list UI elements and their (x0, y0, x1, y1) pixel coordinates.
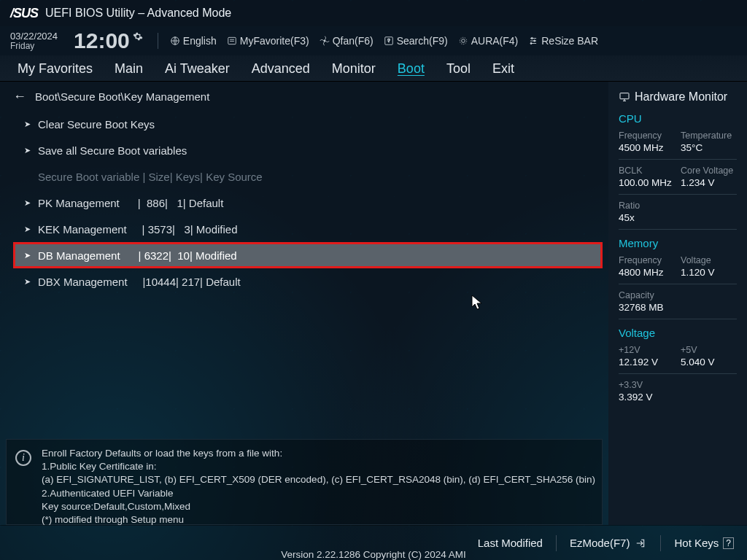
svg-point-7 (531, 37, 533, 39)
memory-section-head: Memory (619, 237, 737, 249)
hw-title: Hardware Monitor (635, 90, 727, 104)
chevron-right-icon: ➤ (24, 277, 31, 287)
asus-logo: /SUS (10, 6, 38, 21)
fan-icon (320, 36, 330, 46)
aura-icon (458, 36, 468, 46)
myfavorite-button[interactable]: MyFavorite(F3) (227, 35, 309, 47)
bottom-bar: Last Modified EzMode(F7) Hot Keys ? Vers… (0, 525, 747, 560)
menu-header: ➤Secure Boot variable | Size| Keys| Key … (13, 163, 603, 190)
clock-time: 12:00 (74, 28, 130, 53)
tab-monitor[interactable]: Monitor (332, 61, 376, 81)
globe-icon (170, 36, 180, 46)
language-selector[interactable]: English (170, 35, 217, 47)
gear-icon (133, 31, 143, 42)
monitor-icon (619, 91, 630, 103)
back-button[interactable]: ← (13, 89, 26, 104)
svg-point-5 (461, 39, 465, 43)
breadcrumb: Boot\Secure Boot\Key Management (35, 90, 209, 103)
chevron-right-icon: ➤ (24, 198, 31, 208)
resizebar-button[interactable]: ReSize BAR (528, 35, 598, 47)
chevron-right-icon: ➤ (24, 120, 31, 129)
clock[interactable]: 12:00 (74, 28, 143, 53)
tabs-bar: My Favorites Main Ai Tweaker Advanced Mo… (0, 55, 747, 82)
menu-item[interactable]: ➤DB Management | 6322| 10| Modified (13, 242, 603, 268)
qfan-button[interactable]: Qfan(F6) (320, 35, 374, 47)
tab-boot[interactable]: Boot (398, 61, 425, 81)
main-panel: ← Boot\Secure Boot\Key Management ➤Clear… (0, 82, 608, 525)
menu-item[interactable]: ➤DBX Management |10444| 217| Default (13, 268, 603, 295)
svg-rect-1 (228, 37, 236, 44)
chevron-right-icon: ➤ (24, 146, 31, 155)
tab-ai-tweaker[interactable]: Ai Tweaker (165, 61, 230, 81)
tab-advanced[interactable]: Advanced (252, 61, 310, 81)
version-text: Version 2.22.1286 Copyright (C) 2024 AMI (0, 549, 747, 560)
menu-item[interactable]: ➤KEK Management | 3573| 3| Modified (13, 216, 603, 242)
cpu-section-head: CPU (619, 112, 737, 125)
utility-bar: 03/22/2024 Friday 12:00 English MyFavori… (0, 26, 747, 55)
hotkeys-button[interactable]: Hot Keys ? (674, 537, 734, 549)
svg-rect-10 (620, 93, 629, 99)
chevron-right-icon: ➤ (24, 225, 31, 234)
menu-item[interactable]: ➤PK Management | 886| 1| Default (13, 190, 603, 216)
help-line: Key source:Default,Custom,Mixed (42, 500, 595, 513)
chevron-right-icon: ➤ (24, 251, 31, 260)
menu-list-icon (227, 36, 237, 46)
help-panel: i Enroll Factory Defaults or load the ke… (6, 439, 603, 525)
tab-main[interactable]: Main (115, 61, 143, 81)
help-line: 2.Authenticated UEFI Variable (42, 487, 595, 500)
help-line: 1.Public Key Certificate in: (42, 460, 595, 473)
help-line: Enroll Factory Defaults or load the keys… (42, 447, 595, 460)
bios-title: UEFI BIOS Utility – Advanced Mode (45, 7, 231, 20)
search-button[interactable]: ? Search(F9) (384, 35, 448, 47)
svg-text:?: ? (387, 38, 390, 43)
search-icon: ? (384, 36, 394, 46)
svg-point-8 (534, 40, 535, 42)
question-icon: ? (723, 537, 734, 549)
menu-item[interactable]: ➤Clear Secure Boot Keys (13, 111, 603, 137)
ezmode-button[interactable]: EzMode(F7) (570, 537, 648, 549)
hardware-monitor-panel: Hardware Monitor CPU Frequency4500 MHz T… (608, 82, 747, 525)
last-modified-button[interactable]: Last Modified (478, 537, 543, 549)
date-text: 03/22/2024 (10, 31, 58, 42)
svg-point-9 (530, 42, 532, 44)
day-text: Friday (10, 42, 58, 51)
menu-list: ➤Clear Secure Boot Keys➤Save all Secure … (0, 111, 608, 436)
svg-point-6 (460, 37, 466, 44)
svg-point-2 (323, 40, 325, 42)
exit-icon (634, 538, 647, 548)
menu-item[interactable]: ➤Save all Secure Boot variables (13, 137, 603, 163)
date-block: 03/22/2024 Friday (10, 31, 58, 50)
tab-tool[interactable]: Tool (446, 61, 471, 81)
info-icon: i (15, 450, 31, 466)
tab-exit[interactable]: Exit (492, 61, 514, 81)
aura-button[interactable]: AURA(F4) (458, 35, 519, 47)
voltage-section-head: Voltage (619, 327, 737, 339)
tab-my-favorites[interactable]: My Favorites (18, 61, 93, 81)
sliders-icon (528, 36, 538, 46)
help-line: (a) EFI_SIGNATURE_LIST, (b) EFI_CERT_X50… (42, 473, 595, 486)
title-bar: /SUS UEFI BIOS Utility – Advanced Mode (0, 0, 747, 26)
